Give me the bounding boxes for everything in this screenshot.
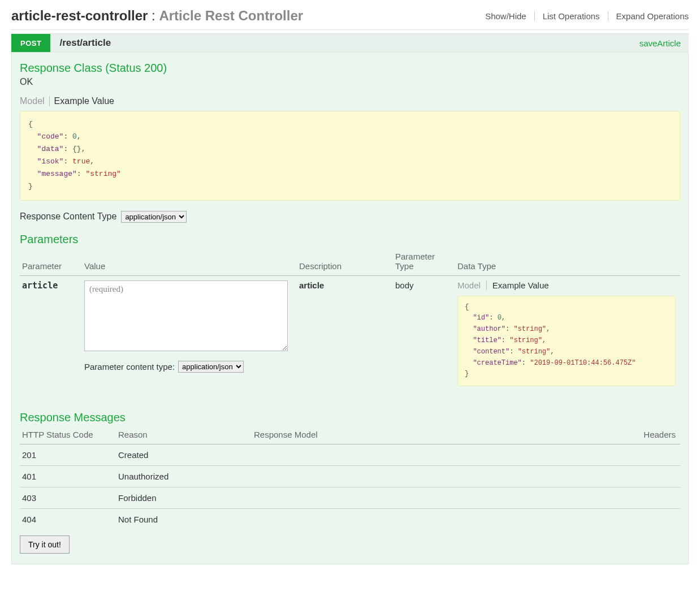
status-code: 201 xyxy=(20,444,116,466)
headers xyxy=(528,466,680,487)
col-parameter-type: Parameter Type xyxy=(393,248,455,276)
operation-nickname[interactable]: saveArticle xyxy=(639,38,689,48)
param-value-textarea[interactable] xyxy=(84,280,288,351)
response-tabs: Model Example Value xyxy=(20,96,680,106)
tab-example-value[interactable]: Example Value xyxy=(54,96,120,106)
datatype-tab-model[interactable]: Model xyxy=(457,280,487,290)
reason: Created xyxy=(116,444,252,466)
col-value: Value xyxy=(82,248,297,276)
title-separator: : xyxy=(148,8,159,23)
param-content-type-select[interactable]: application/json xyxy=(178,361,244,373)
headers xyxy=(528,509,680,530)
response-message-row: 401 Unauthorized xyxy=(20,466,680,487)
list-operations-link[interactable]: List Operations xyxy=(535,11,608,21)
try-it-out-button[interactable]: Try it out! xyxy=(20,535,70,554)
http-method-badge: POST xyxy=(11,34,50,52)
col-headers: Headers xyxy=(528,426,680,444)
param-content-type-label: Parameter content type: xyxy=(84,362,175,372)
controller-description: Article Rest Controller xyxy=(159,8,303,23)
headers xyxy=(528,487,680,509)
header-actions: Show/Hide List Operations Expand Operati… xyxy=(477,11,689,21)
show-hide-link[interactable]: Show/Hide xyxy=(477,11,535,21)
reason: Not Found xyxy=(116,509,252,530)
param-type: body xyxy=(393,275,455,401)
parameter-row: article Parameter content type: applicat… xyxy=(20,275,680,401)
col-http-status: HTTP Status Code xyxy=(20,426,116,444)
tab-model[interactable]: Model xyxy=(20,96,50,106)
reason: Unauthorized xyxy=(116,466,252,487)
expand-operations-link[interactable]: Expand Operations xyxy=(608,11,689,21)
response-message-row: 201 Created xyxy=(20,444,680,466)
param-name: article xyxy=(20,275,82,401)
col-description: Description xyxy=(297,248,393,276)
col-response-model: Response Model xyxy=(252,426,528,444)
col-data-type: Data Type xyxy=(455,248,680,276)
parameters-heading: Parameters xyxy=(20,233,680,246)
controller-title: article-rest-controller : Article Rest C… xyxy=(11,8,303,24)
response-content-type-label: Response Content Type xyxy=(20,211,116,222)
response-example-code[interactable]: { "code": 0, "data": {}, "isok": true, "… xyxy=(20,111,680,201)
status-code: 401 xyxy=(20,466,116,487)
response-message-row: 404 Not Found xyxy=(20,509,680,530)
response-model xyxy=(252,509,528,530)
status-code: 403 xyxy=(20,487,116,509)
operation-summary[interactable]: POST /rest/article saveArticle xyxy=(11,33,689,53)
param-description: article xyxy=(297,275,393,401)
response-message-row: 403 Forbidden xyxy=(20,487,680,509)
col-parameter: Parameter xyxy=(20,248,82,276)
datatype-tabs: Model Example Value xyxy=(457,280,676,290)
response-content-type-select[interactable]: application/json xyxy=(121,211,187,223)
response-model xyxy=(252,444,528,466)
endpoint-path[interactable]: /rest/article xyxy=(50,37,639,49)
response-model xyxy=(252,466,528,487)
response-messages-heading: Response Messages xyxy=(20,411,680,424)
headers xyxy=(528,444,680,466)
response-model xyxy=(252,487,528,509)
col-reason: Reason xyxy=(116,426,252,444)
param-example-code[interactable]: { "id": 0, "author": "string", "title": … xyxy=(457,296,676,387)
response-status-text: OK xyxy=(20,77,680,87)
reason: Forbidden xyxy=(116,487,252,509)
datatype-tab-example[interactable]: Example Value xyxy=(492,280,555,290)
controller-name[interactable]: article-rest-controller xyxy=(11,8,148,23)
status-code: 404 xyxy=(20,509,116,530)
response-class-heading: Response Class (Status 200) xyxy=(20,62,680,75)
